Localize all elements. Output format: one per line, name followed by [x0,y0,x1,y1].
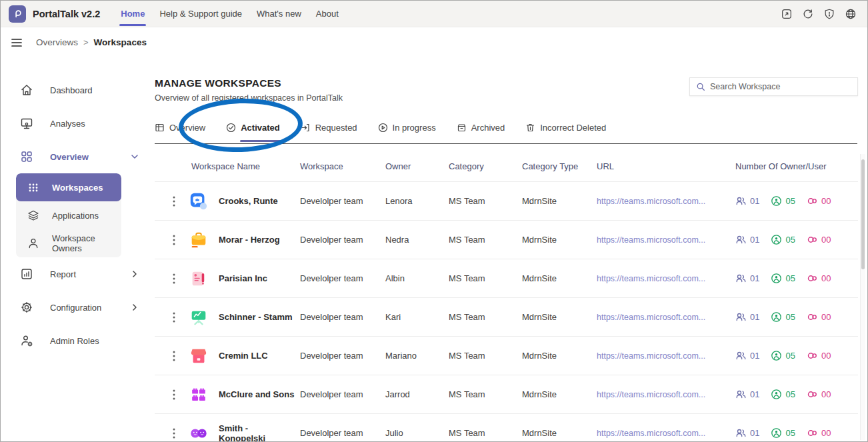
table-row[interactable]: McClure and Sons Develolper team Jarrod … [155,375,858,413]
cell-category-type: MdrnSite [522,196,597,206]
nav-item-help-support[interactable]: Help & Support guide [152,1,249,27]
popout-icon[interactable] [781,8,793,20]
shield-icon[interactable] [823,8,835,20]
users-count-icon [771,311,782,323]
row-menu-icon[interactable] [155,273,184,284]
cell-workspace-name: Cremin LLC [219,351,300,361]
owners-count-icon [735,311,747,323]
cell-workspace: Develolper team [300,428,385,438]
nav-item-about[interactable]: About [309,1,346,27]
column-header-workspace: Workspace [300,161,385,171]
tab-archived[interactable]: Archived [457,117,505,137]
topbar-icon-group [781,8,859,20]
app-title: PortalTalk v2.2 [33,9,100,19]
cell-category-type: MdrnSite [522,351,597,361]
links-count-icon [807,389,818,400]
row-menu-icon[interactable] [155,389,184,400]
owners-count: 01 [750,428,759,438]
cell-workspace: Develolper team [300,312,385,322]
monitor-icon [20,117,33,130]
cell-url-link[interactable]: https://teams.microsoft.com... [597,313,735,322]
cell-url-link[interactable]: https://teams.microsoft.com... [597,274,735,283]
owners-count: 01 [750,235,759,245]
sidebar-item-workspace-owners[interactable]: Workspace Owners [16,229,121,257]
row-menu-icon[interactable] [155,428,184,439]
presentation-workspace-icon [189,307,209,327]
table-row[interactable]: Parisian Inc Develolper team Albin MS Te… [155,259,858,297]
breadcrumb-parent[interactable]: Overviews [36,37,78,47]
users-count: 05 [785,196,795,206]
sidebar-item-configuration[interactable]: Configuration [1,291,149,324]
tab-label: In progress [393,123,436,133]
blocks-workspace-icon [189,385,209,405]
chevron-down-icon [130,152,139,161]
search-icon [696,82,705,91]
cell-url-link[interactable]: https://teams.microsoft.com... [597,390,735,399]
links-count-icon [807,195,818,207]
sidebar-item-workspaces[interactable]: Workspaces [16,173,121,201]
tab-label: Requested [315,123,357,133]
home-icon [20,83,33,97]
tabs-divider [155,143,857,144]
owners-count: 01 [750,312,759,322]
sidebar-item-admin-roles[interactable]: Admin Roles [1,324,149,357]
tab-requested[interactable]: Requested [301,117,357,137]
table-row[interactable]: Schinner - Stamm Develolper team Kari MS… [155,297,858,336]
top-app-bar: PortalTalk v2.2 Home Help & Support guid… [1,1,867,27]
cell-workspace-name: Smith - Konopelski [219,423,300,442]
clipboard-workspace-icon [189,269,209,289]
check-circle-icon [226,123,236,133]
table-row[interactable]: Cremin LLC Develolper team Mariano MS Te… [155,336,858,375]
table-header-row: Workspace Name Workspace Owner Category … [155,151,858,181]
search-box[interactable] [689,77,858,96]
cell-url-link[interactable]: https://teams.microsoft.com... [597,235,735,245]
scrollbar-thumb[interactable] [861,159,865,269]
row-menu-icon[interactable] [155,312,184,323]
links-count-icon [807,311,818,323]
tab-incorrect-deleted[interactable]: Incorrect Deleted [525,117,606,137]
sidebar-item-overview[interactable]: Overview [1,140,149,173]
row-menu-icon[interactable] [155,235,184,245]
cell-url-link[interactable]: https://teams.microsoft.com... [597,429,735,438]
cell-owner: Julio [385,428,449,438]
cell-category-type: MdrnSite [522,312,597,322]
tab-overview[interactable]: Overview [155,117,205,137]
cell-workspace-name: McClure and Sons [219,389,300,399]
tab-activated[interactable]: Activated [226,117,280,137]
links-count: 00 [821,196,831,206]
tab-in-progress[interactable]: In progress [378,117,436,137]
report-icon [20,267,33,281]
links-count-icon [807,273,818,284]
top-nav: Home Help & Support guide What's new Abo… [113,1,346,27]
refresh-icon[interactable] [802,8,814,20]
cell-counts: 01 05 00 [735,389,858,400]
table-row[interactable]: Morar - Herzog Develolper team Nedra MS … [155,220,858,259]
row-menu-icon[interactable] [155,196,184,207]
hamburger-menu-icon[interactable] [10,36,23,49]
row-menu-icon[interactable] [155,351,184,361]
nav-item-home[interactable]: Home [113,1,152,27]
sidebar-item-report[interactable]: Report [1,257,149,291]
sidebar-item-label: Applications [52,211,99,221]
nav-item-whats-new[interactable]: What's new [249,1,309,27]
tab-label: Overview [169,123,205,133]
cell-counts: 01 05 00 [735,427,858,439]
owners-count: 01 [750,273,759,283]
scrollbar-track[interactable] [860,154,865,440]
users-count-icon [771,273,782,284]
globe-icon[interactable] [845,8,857,20]
table-row[interactable]: Smith - Konopelski Develolper team Julio… [155,413,858,442]
owners-count-icon [735,195,747,207]
cell-url-link[interactable]: https://teams.microsoft.com... [597,351,735,361]
owners-count-icon [735,389,747,400]
sidebar-item-analyses[interactable]: Analyses [1,107,149,140]
sidebar-item-dashboard[interactable]: Dashboard [1,73,149,107]
table-row[interactable]: Crooks, Runte Develolper team Lenora MS … [155,181,858,220]
search-input[interactable] [710,82,851,91]
users-count-icon [771,427,782,439]
sidebar-item-applications[interactable]: Applications [16,201,121,229]
cell-counts: 01 05 00 [735,350,858,361]
cell-url-link[interactable]: https://teams.microsoft.com... [597,197,735,206]
breadcrumb-separator: > [83,37,89,47]
sidebar-item-label: Dashboard [50,85,139,95]
